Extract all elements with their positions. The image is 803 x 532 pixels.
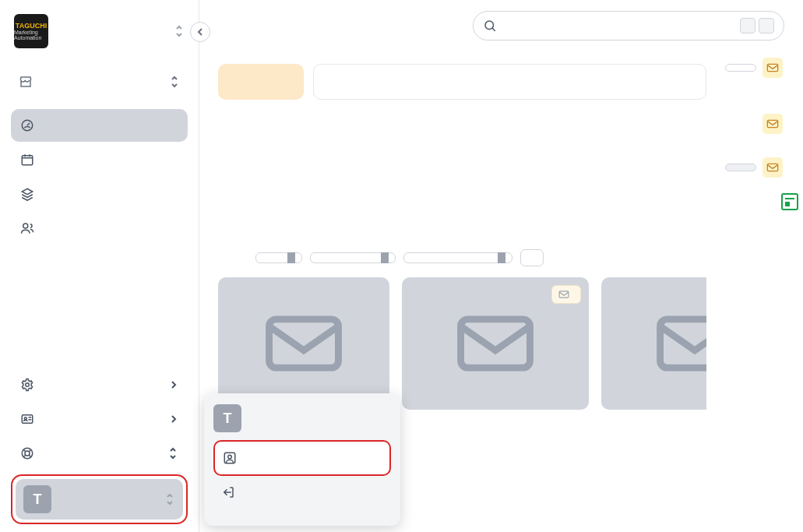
lifebuoy-icon	[20, 446, 34, 460]
avatar: T	[23, 485, 51, 513]
svg-rect-9	[269, 319, 339, 368]
chevron-updown-icon	[287, 252, 297, 264]
asset-card[interactable]	[402, 277, 589, 410]
svg-rect-1	[22, 156, 33, 165]
asat-card	[218, 64, 304, 100]
mail-icon	[762, 157, 783, 178]
draft-badge	[551, 285, 581, 304]
chevron-updown-icon	[169, 75, 180, 89]
chevron-updown-icon	[381, 252, 390, 264]
nav-admin[interactable]	[11, 403, 188, 435]
org-switcher[interactable]: TAGUCHIMarketing Automation	[11, 11, 188, 51]
user-menu-button[interactable]: T	[16, 479, 183, 520]
chevron-updown-icon	[164, 492, 175, 506]
collapse-sidebar-button[interactable]	[190, 22, 210, 42]
kbd-cmd	[740, 18, 755, 33]
user-popover: T	[204, 393, 400, 526]
chevron-updown-icon	[174, 24, 185, 38]
logout-button[interactable]	[213, 476, 391, 509]
svg-point-2	[23, 224, 28, 228]
user-menu-highlight: T	[11, 474, 188, 524]
schedule-item[interactable]	[725, 58, 798, 78]
sort-select[interactable]	[310, 252, 396, 263]
sidebar: TAGUCHIMarketing Automation	[0, 0, 199, 532]
avatar: T	[213, 404, 241, 432]
more-filters-button[interactable]	[520, 249, 544, 266]
svg-rect-16	[767, 164, 777, 171]
svg-point-5	[24, 417, 26, 420]
engagement-chart[interactable]	[218, 107, 706, 235]
user-square-icon	[223, 451, 237, 465]
kbd-k	[759, 18, 774, 33]
envelope-icon	[652, 312, 706, 375]
mail-icon	[762, 114, 783, 134]
gear-icon	[20, 378, 34, 392]
nav-dashboard[interactable]	[11, 109, 188, 142]
search-box[interactable]	[473, 11, 784, 41]
unknown-select[interactable]	[255, 252, 302, 263]
svg-rect-11	[461, 319, 530, 368]
search-icon	[483, 19, 497, 33]
nav-support[interactable]	[11, 437, 188, 470]
calendar-go-icon[interactable]	[781, 193, 798, 210]
nav-campaigns[interactable]	[11, 143, 188, 176]
svg-rect-14	[767, 64, 777, 71]
users-icon	[20, 221, 34, 235]
svg-point-8	[485, 21, 494, 30]
date-pill	[725, 64, 756, 72]
asset-cards	[218, 277, 706, 410]
account-details-button[interactable]	[213, 440, 391, 476]
topbar	[199, 0, 803, 47]
svg-point-3	[26, 383, 30, 387]
layers-icon	[20, 187, 34, 201]
filter-select[interactable]	[403, 252, 512, 263]
storefront-icon	[19, 75, 33, 89]
chevron-right-icon	[169, 414, 178, 424]
search-input[interactable]	[505, 19, 732, 33]
asset-card[interactable]	[601, 277, 706, 410]
stats-row	[218, 64, 706, 100]
week-card	[313, 64, 706, 100]
nav-settings[interactable]	[11, 368, 188, 401]
primary-nav	[11, 109, 188, 245]
envelope-icon	[558, 289, 569, 300]
logout-icon	[221, 485, 235, 499]
svg-point-18	[228, 455, 232, 459]
id-icon	[20, 412, 34, 426]
popover-user: T	[213, 404, 391, 432]
date-pill	[725, 164, 756, 171]
schedule-item[interactable]	[725, 157, 798, 178]
view-switcher[interactable]	[11, 69, 188, 95]
chevron-updown-icon	[167, 446, 178, 460]
mail-icon	[762, 58, 783, 78]
search-shortcut	[740, 18, 774, 33]
svg-point-7	[25, 451, 30, 456]
svg-rect-15	[767, 120, 777, 127]
svg-rect-10	[559, 291, 569, 298]
popover-footer[interactable]	[213, 509, 391, 516]
envelope-icon	[453, 312, 538, 375]
envelope-icon	[261, 312, 347, 375]
chart-canvas	[219, 110, 706, 234]
secondary-nav	[11, 368, 188, 470]
chevron-updown-icon	[498, 252, 507, 264]
schedule-rail	[725, 47, 803, 532]
nav-subscribers[interactable]	[11, 212, 188, 245]
nav-assets[interactable]	[11, 178, 188, 210]
chevron-right-icon	[169, 380, 178, 389]
filter-row	[218, 249, 706, 266]
asset-card[interactable]	[218, 277, 389, 410]
calendar-icon	[20, 153, 34, 167]
gauge-icon	[20, 118, 34, 132]
org-logo: TAGUCHIMarketing Automation	[14, 14, 48, 48]
schedule-item[interactable]	[725, 114, 798, 134]
chevron-left-icon	[195, 27, 205, 37]
